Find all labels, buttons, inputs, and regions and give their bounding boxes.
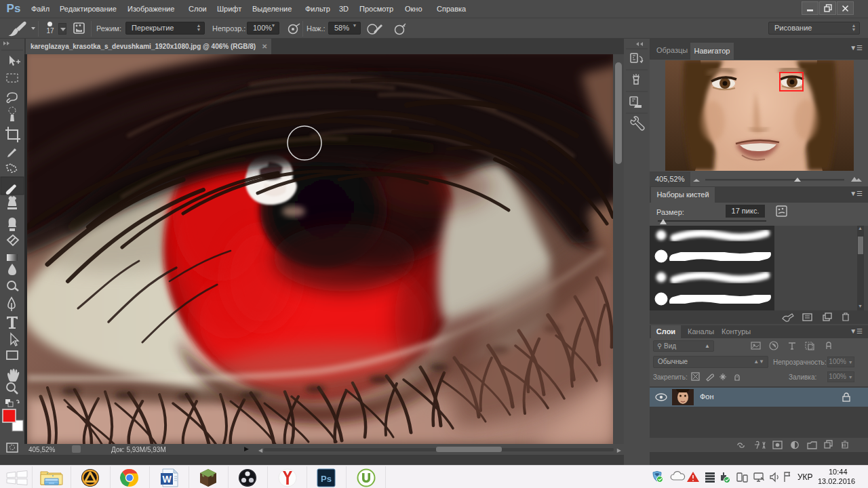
svg-text:Ps: Ps (321, 474, 332, 484)
svg-text:W: W (162, 474, 172, 485)
